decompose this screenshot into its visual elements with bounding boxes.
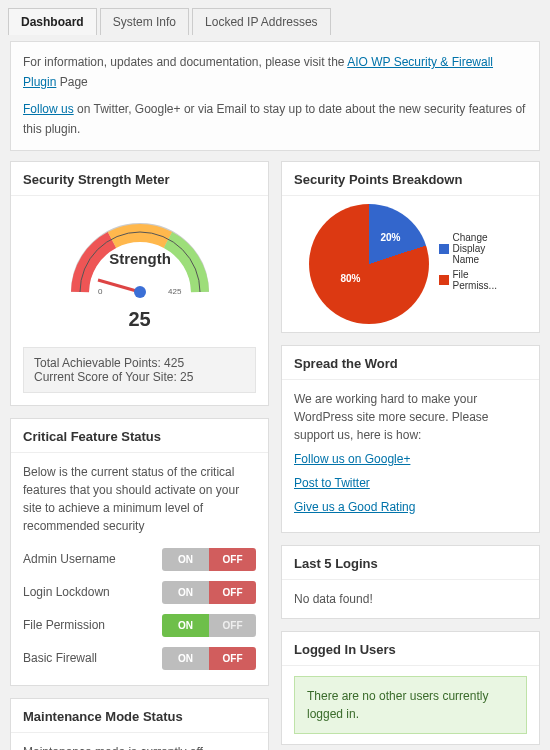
svg-text:Strength: Strength — [109, 250, 171, 267]
logged-in-users-panel: Logged In Users There are no other users… — [281, 631, 540, 745]
info-text: Page — [60, 75, 88, 89]
feature-name: Basic Firewall — [23, 649, 97, 667]
toggle-file-permission[interactable]: ON OFF — [162, 614, 256, 637]
panel-title: Critical Feature Status — [11, 419, 268, 453]
twitter-link[interactable]: Post to Twitter — [294, 474, 527, 492]
status-message: No data found! — [282, 580, 539, 618]
maintenance-panel: Maintenance Mode Status Maintenance mode… — [10, 698, 269, 750]
panel-title: Maintenance Mode Status — [11, 699, 268, 733]
on-label: ON — [162, 614, 209, 637]
feature-row: Login Lockdown ON OFF — [23, 576, 256, 609]
svg-text:425: 425 — [168, 287, 182, 296]
score-summary: Total Achievable Points: 425 Current Sco… — [23, 347, 256, 393]
status-message: There are no other users currently logge… — [294, 676, 527, 734]
gauge-icon: Strength 0 425 — [60, 202, 220, 312]
tab-bar: Dashboard System Info Locked IP Addresse… — [0, 0, 550, 35]
toggle-admin-username[interactable]: ON OFF — [162, 548, 256, 571]
strength-meter-panel: Security Strength Meter Strength 0 425 2… — [10, 161, 269, 406]
tab-dashboard[interactable]: Dashboard — [8, 8, 97, 35]
legend: Change Display Name File Permiss... — [439, 232, 513, 295]
toggle-login-lockdown[interactable]: ON OFF — [162, 581, 256, 604]
panel-title: Security Strength Meter — [11, 162, 268, 196]
follow-us-link[interactable]: Follow us — [23, 102, 74, 116]
feature-row: Admin Username ON OFF — [23, 543, 256, 576]
spread-word-panel: Spread the Word We are working hard to m… — [281, 345, 540, 533]
legend-swatch — [439, 244, 449, 254]
panel-title: Spread the Word — [282, 346, 539, 380]
svg-line-3 — [98, 280, 140, 292]
feature-name: Admin Username — [23, 550, 116, 568]
legend-label: Change Display Name — [453, 232, 513, 265]
google-plus-link[interactable]: Follow us on Google+ — [294, 450, 527, 468]
off-label: OFF — [209, 614, 256, 637]
panel-desc: Maintenance mode is currently off. — [23, 743, 256, 750]
on-label: ON — [162, 548, 209, 571]
panel-desc: Below is the current status of the criti… — [23, 463, 256, 535]
off-label: OFF — [209, 647, 256, 670]
gauge-score: 25 — [128, 308, 150, 331]
off-label: OFF — [209, 581, 256, 604]
feature-name: Login Lockdown — [23, 583, 110, 601]
pie-pct: 20% — [380, 232, 400, 243]
on-label: ON — [162, 647, 209, 670]
on-label: ON — [162, 581, 209, 604]
pie-pct: 80% — [341, 273, 361, 284]
svg-text:0: 0 — [98, 287, 103, 296]
label: Current Score of Your Site: — [34, 370, 180, 384]
pie-chart-icon: 20% 80% — [309, 204, 429, 324]
feature-name: File Permission — [23, 616, 105, 634]
tab-system-info[interactable]: System Info — [100, 8, 189, 35]
points-breakdown-panel: Security Points Breakdown 20% 80% Change… — [281, 161, 540, 333]
toggle-basic-firewall[interactable]: ON OFF — [162, 647, 256, 670]
svg-point-4 — [134, 286, 146, 298]
legend-swatch — [439, 275, 449, 285]
value: 25 — [180, 370, 193, 384]
tab-locked-ip[interactable]: Locked IP Addresses — [192, 8, 331, 35]
panel-desc: We are working hard to make your WordPre… — [294, 390, 527, 444]
info-text: For information, updates and documentati… — [23, 55, 347, 69]
label: Total Achievable Points: — [34, 356, 164, 370]
value: 425 — [164, 356, 184, 370]
legend-label: File Permiss... — [453, 269, 513, 291]
panel-title: Last 5 Logins — [282, 546, 539, 580]
panel-title: Security Points Breakdown — [282, 162, 539, 196]
info-banner: For information, updates and documentati… — [10, 41, 540, 151]
feature-row: File Permission ON OFF — [23, 609, 256, 642]
rating-link[interactable]: Give us a Good Rating — [294, 498, 527, 516]
critical-feature-panel: Critical Feature Status Below is the cur… — [10, 418, 269, 686]
feature-row: Basic Firewall ON OFF — [23, 642, 256, 675]
panel-title: Logged In Users — [282, 632, 539, 666]
last-logins-panel: Last 5 Logins No data found! — [281, 545, 540, 619]
info-text: on Twitter, Google+ or via Email to stay… — [23, 102, 525, 136]
off-label: OFF — [209, 548, 256, 571]
